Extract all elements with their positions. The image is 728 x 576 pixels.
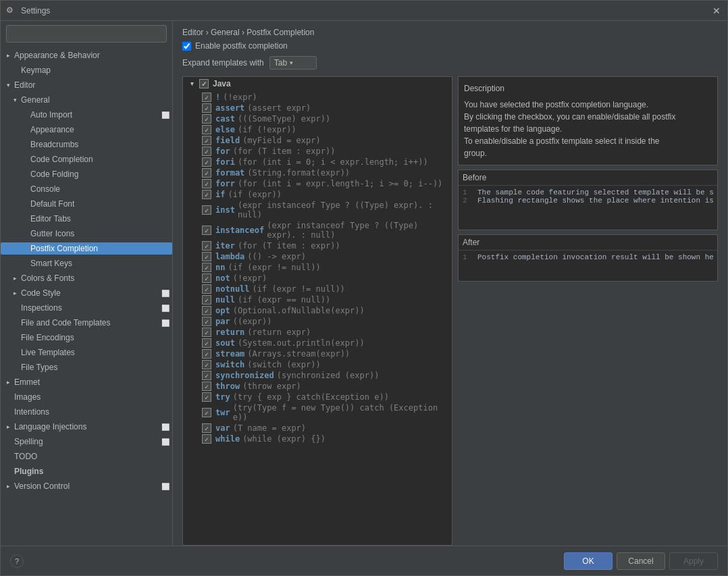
template-item[interactable]: switch (switch (expr)) bbox=[183, 359, 452, 370]
template-item[interactable]: twr (try(Type f = new Type()) catch (Exc… bbox=[183, 402, 452, 423]
sidebar-item-editor-tabs[interactable]: Editor Tabs bbox=[1, 211, 172, 226]
template-item[interactable]: cast (((SomeType) expr)) bbox=[183, 113, 452, 124]
apply-button[interactable]: Apply bbox=[669, 552, 718, 570]
template-checkbox[interactable] bbox=[202, 392, 211, 402]
template-item[interactable]: field (myField = expr) bbox=[183, 135, 452, 146]
template-item[interactable]: format (String.format(expr)) bbox=[183, 167, 452, 178]
sidebar-item-spelling[interactable]: Spelling ⬜ bbox=[1, 434, 172, 449]
template-item[interactable]: notnull (if (expr != null)) bbox=[183, 284, 452, 294]
sidebar-item-default-font[interactable]: Default Font bbox=[1, 197, 172, 211]
sidebar-item-breadcrumbs[interactable]: Breadcrumbs bbox=[1, 137, 172, 152]
search-input[interactable] bbox=[11, 29, 162, 38]
template-checkbox[interactable] bbox=[202, 190, 211, 199]
sidebar-item-postfix-completion[interactable]: Postfix Completion bbox=[1, 241, 172, 256]
template-checkbox[interactable] bbox=[202, 179, 211, 188]
expand-dropdown[interactable]: Tab ▾ bbox=[269, 56, 317, 70]
sidebar-item-file-encodings[interactable]: File Encodings bbox=[1, 330, 172, 345]
template-checkbox[interactable] bbox=[202, 295, 211, 305]
template-checkbox[interactable] bbox=[202, 349, 211, 359]
java-group-checkbox[interactable] bbox=[199, 79, 209, 88]
sidebar-item-language-injections[interactable]: Language Injections ⬜ bbox=[1, 419, 172, 434]
template-checkbox[interactable] bbox=[202, 360, 211, 369]
template-checkbox[interactable] bbox=[202, 371, 211, 380]
sidebar-item-editor[interactable]: Editor bbox=[1, 78, 172, 93]
sidebar-item-code-style[interactable]: Code Style ⬜ bbox=[1, 286, 172, 300]
ok-button[interactable]: OK bbox=[564, 552, 613, 570]
template-checkbox[interactable] bbox=[202, 263, 211, 272]
cancel-button[interactable]: Cancel bbox=[617, 552, 665, 570]
template-item[interactable]: null (if (expr == null)) bbox=[183, 294, 452, 305]
sidebar-item-smart-keys[interactable]: Smart Keys bbox=[1, 256, 172, 271]
template-item[interactable]: opt (Optional.ofNullable(expr)) bbox=[183, 305, 452, 316]
template-item[interactable]: lambda (() -> expr) bbox=[183, 251, 452, 262]
template-checkbox[interactable] bbox=[202, 317, 211, 326]
template-checkbox[interactable] bbox=[202, 252, 211, 261]
template-item[interactable]: iter (for (T item : expr)) bbox=[183, 240, 452, 251]
sidebar-item-inspections[interactable]: Inspections ⬜ bbox=[1, 300, 172, 315]
sidebar-item-code-folding[interactable]: Code Folding bbox=[1, 167, 172, 182]
sidebar-item-code-completion[interactable]: Code Completion bbox=[1, 152, 172, 167]
template-item[interactable]: synchronized (synchronized (expr)) bbox=[183, 370, 452, 381]
sidebar-item-gutter-icons[interactable]: Gutter Icons bbox=[1, 226, 172, 241]
sidebar-item-file-code-templates[interactable]: File and Code Templates ⬜ bbox=[1, 315, 172, 330]
sidebar-item-general[interactable]: General bbox=[1, 93, 172, 107]
sidebar-item-live-templates[interactable]: Live Templates bbox=[1, 345, 172, 360]
sidebar-item-plugins[interactable]: Plugins bbox=[1, 464, 172, 479]
sidebar-item-file-types[interactable]: File Types bbox=[1, 360, 172, 375]
template-checkbox[interactable] bbox=[202, 338, 211, 348]
search-box[interactable] bbox=[6, 25, 167, 43]
template-checkbox[interactable] bbox=[202, 434, 211, 444]
template-item[interactable]: fori (for (int i = 0; i < expr.length; i… bbox=[183, 157, 452, 167]
template-checkbox[interactable] bbox=[202, 103, 211, 113]
template-item[interactable]: stream (Arrays.stream(expr)) bbox=[183, 348, 452, 359]
template-checkbox[interactable] bbox=[202, 382, 211, 391]
sidebar-item-intentions[interactable]: Intentions bbox=[1, 404, 172, 419]
enable-checkbox-label[interactable]: Enable postfix completion bbox=[182, 41, 288, 51]
template-item[interactable]: var (T name = expr) bbox=[183, 423, 452, 434]
close-button[interactable]: ✕ bbox=[711, 5, 722, 16]
template-checkbox[interactable] bbox=[202, 226, 211, 235]
template-checkbox[interactable] bbox=[202, 114, 211, 124]
template-item[interactable]: inst (expr instanceof Type ? ((Type) exp… bbox=[183, 200, 452, 220]
template-item[interactable]: throw (throw expr) bbox=[183, 381, 452, 392]
template-item[interactable]: try (try { exp } catch(Exception e)) bbox=[183, 392, 452, 402]
sidebar-item-appearance[interactable]: Appearance bbox=[1, 122, 172, 137]
sidebar-item-appearance-behavior[interactable]: Appearance & Behavior bbox=[1, 48, 172, 63]
template-checkbox[interactable] bbox=[202, 328, 211, 337]
template-checkbox[interactable] bbox=[202, 284, 211, 294]
template-checkbox[interactable] bbox=[202, 408, 211, 417]
sidebar-item-todo[interactable]: TODO bbox=[1, 449, 172, 464]
sidebar-item-keymap[interactable]: Keymap bbox=[1, 63, 172, 78]
sidebar-item-colors-fonts[interactable]: Colors & Fonts bbox=[1, 271, 172, 286]
template-item[interactable]: nn (if (expr != null)) bbox=[183, 262, 452, 273]
sidebar-item-auto-import[interactable]: Auto Import ⬜ bbox=[1, 107, 172, 122]
java-group-header[interactable]: Java bbox=[183, 77, 452, 90]
help-button[interactable]: ? bbox=[10, 554, 24, 568]
template-checkbox[interactable] bbox=[202, 423, 211, 433]
enable-checkbox[interactable] bbox=[182, 42, 191, 51]
sidebar-item-version-control[interactable]: Version Control ⬜ bbox=[1, 479, 172, 494]
template-checkbox[interactable] bbox=[202, 136, 211, 145]
template-item[interactable]: not (!expr) bbox=[183, 273, 452, 284]
sidebar-item-images[interactable]: Images bbox=[1, 390, 172, 404]
template-checkbox[interactable] bbox=[202, 241, 211, 251]
template-item[interactable]: while (while (expr) {}) bbox=[183, 434, 452, 444]
template-item[interactable]: if (if (expr)) bbox=[183, 189, 452, 200]
template-checkbox[interactable] bbox=[202, 157, 211, 167]
template-item[interactable]: forr (for (int i = expr.length-1; i >= 0… bbox=[183, 178, 452, 189]
template-item[interactable]: assert (assert expr) bbox=[183, 103, 452, 113]
template-item[interactable]: ! (!expr) bbox=[183, 92, 452, 103]
template-item[interactable]: else (if (!expr)) bbox=[183, 124, 452, 135]
template-item[interactable]: sout (System.out.println(expr)) bbox=[183, 338, 452, 348]
template-checkbox[interactable] bbox=[202, 147, 211, 156]
template-item[interactable]: par ((expr)) bbox=[183, 316, 452, 327]
template-checkbox[interactable] bbox=[202, 125, 211, 134]
template-item[interactable]: return (return expr) bbox=[183, 327, 452, 338]
template-checkbox[interactable] bbox=[202, 205, 211, 215]
template-checkbox[interactable] bbox=[202, 168, 211, 178]
sidebar-item-console[interactable]: Console bbox=[1, 182, 172, 197]
template-checkbox[interactable] bbox=[202, 273, 211, 283]
sidebar-item-emmet[interactable]: Emmet bbox=[1, 375, 172, 390]
template-item[interactable]: instanceof (expr instanceof Type ? ((Typ… bbox=[183, 220, 452, 240]
template-checkbox[interactable] bbox=[202, 93, 211, 102]
